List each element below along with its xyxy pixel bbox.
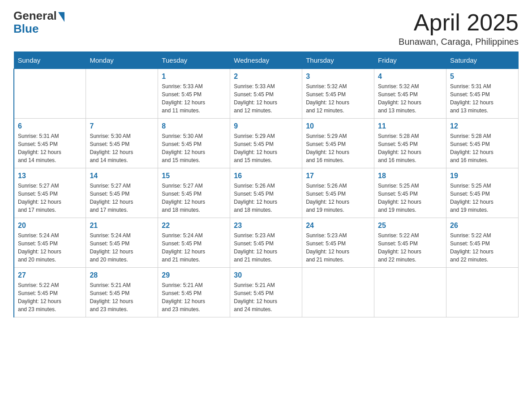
day-info: Sunrise: 5:26 AM Sunset: 5:45 PM Dayligh…	[306, 182, 370, 214]
day-info: Sunrise: 5:33 AM Sunset: 5:45 PM Dayligh…	[234, 82, 298, 115]
day-number: 6	[18, 122, 82, 130]
day-info: Sunrise: 5:32 AM Sunset: 5:45 PM Dayligh…	[306, 82, 370, 115]
calendar-cell: 20Sunrise: 5:24 AM Sunset: 5:45 PM Dayli…	[14, 218, 86, 268]
col-header-friday: Friday	[374, 52, 446, 69]
day-number: 29	[162, 271, 226, 279]
day-info: Sunrise: 5:25 AM Sunset: 5:45 PM Dayligh…	[378, 182, 442, 214]
calendar-cell: 21Sunrise: 5:24 AM Sunset: 5:45 PM Dayli…	[86, 218, 158, 268]
calendar-cell: 5Sunrise: 5:31 AM Sunset: 5:45 PM Daylig…	[446, 69, 519, 119]
day-number: 17	[306, 172, 370, 180]
week-row-3: 13Sunrise: 5:27 AM Sunset: 5:45 PM Dayli…	[14, 168, 519, 218]
week-row-4: 20Sunrise: 5:24 AM Sunset: 5:45 PM Dayli…	[14, 218, 519, 268]
calendar-cell	[374, 268, 446, 317]
week-row-1: 1Sunrise: 5:33 AM Sunset: 5:45 PM Daylig…	[14, 69, 519, 119]
day-number: 14	[90, 172, 154, 180]
day-number: 22	[162, 222, 226, 230]
day-number: 20	[18, 222, 82, 230]
logo: General Blue	[13, 9, 64, 36]
day-number: 24	[306, 222, 370, 230]
calendar-cell: 24Sunrise: 5:23 AM Sunset: 5:45 PM Dayli…	[302, 218, 374, 268]
calendar-cell: 14Sunrise: 5:27 AM Sunset: 5:45 PM Dayli…	[86, 168, 158, 218]
day-info: Sunrise: 5:25 AM Sunset: 5:45 PM Dayligh…	[450, 182, 515, 214]
calendar-cell: 17Sunrise: 5:26 AM Sunset: 5:45 PM Dayli…	[302, 168, 374, 218]
month-title: April 2025	[399, 9, 519, 36]
col-header-thursday: Thursday	[302, 52, 374, 69]
calendar-cell: 3Sunrise: 5:32 AM Sunset: 5:45 PM Daylig…	[302, 69, 374, 119]
day-number: 21	[90, 222, 154, 230]
calendar-cell: 10Sunrise: 5:29 AM Sunset: 5:45 PM Dayli…	[302, 119, 374, 168]
calendar-cell: 23Sunrise: 5:23 AM Sunset: 5:45 PM Dayli…	[230, 218, 302, 268]
calendar-cell: 15Sunrise: 5:27 AM Sunset: 5:45 PM Dayli…	[158, 168, 230, 218]
day-number: 12	[450, 122, 515, 130]
page-header: General Blue April 2025 Bunawan, Caraga,…	[13, 9, 519, 47]
col-header-saturday: Saturday	[446, 52, 519, 69]
day-info: Sunrise: 5:24 AM Sunset: 5:45 PM Dayligh…	[90, 231, 154, 264]
day-number: 1	[162, 73, 226, 81]
day-info: Sunrise: 5:32 AM Sunset: 5:45 PM Dayligh…	[378, 82, 442, 115]
calendar-cell: 19Sunrise: 5:25 AM Sunset: 5:45 PM Dayli…	[446, 168, 519, 218]
week-row-2: 6Sunrise: 5:31 AM Sunset: 5:45 PM Daylig…	[14, 119, 519, 168]
day-info: Sunrise: 5:22 AM Sunset: 5:45 PM Dayligh…	[18, 281, 82, 313]
calendar-cell: 8Sunrise: 5:30 AM Sunset: 5:45 PM Daylig…	[158, 119, 230, 168]
calendar-cell: 16Sunrise: 5:26 AM Sunset: 5:45 PM Dayli…	[230, 168, 302, 218]
calendar-cell: 9Sunrise: 5:29 AM Sunset: 5:45 PM Daylig…	[230, 119, 302, 168]
day-info: Sunrise: 5:21 AM Sunset: 5:45 PM Dayligh…	[162, 281, 226, 313]
day-info: Sunrise: 5:31 AM Sunset: 5:45 PM Dayligh…	[18, 132, 82, 164]
day-info: Sunrise: 5:27 AM Sunset: 5:45 PM Dayligh…	[18, 182, 82, 214]
day-info: Sunrise: 5:22 AM Sunset: 5:45 PM Dayligh…	[450, 231, 515, 264]
calendar-cell: 30Sunrise: 5:21 AM Sunset: 5:45 PM Dayli…	[230, 268, 302, 317]
day-number: 18	[378, 172, 442, 180]
day-number: 11	[378, 122, 442, 130]
day-number: 15	[162, 172, 226, 180]
day-info: Sunrise: 5:23 AM Sunset: 5:45 PM Dayligh…	[234, 231, 298, 264]
logo-triangle-icon	[58, 12, 64, 22]
week-row-5: 27Sunrise: 5:22 AM Sunset: 5:45 PM Dayli…	[14, 268, 519, 317]
day-number: 19	[450, 172, 515, 180]
calendar-cell: 6Sunrise: 5:31 AM Sunset: 5:45 PM Daylig…	[14, 119, 86, 168]
day-number: 9	[234, 122, 298, 130]
col-header-sunday: Sunday	[14, 52, 86, 69]
day-info: Sunrise: 5:31 AM Sunset: 5:45 PM Dayligh…	[450, 82, 515, 115]
day-info: Sunrise: 5:28 AM Sunset: 5:45 PM Dayligh…	[378, 132, 442, 164]
day-info: Sunrise: 5:21 AM Sunset: 5:45 PM Dayligh…	[90, 281, 154, 313]
day-info: Sunrise: 5:24 AM Sunset: 5:45 PM Dayligh…	[18, 231, 82, 264]
day-info: Sunrise: 5:24 AM Sunset: 5:45 PM Dayligh…	[162, 231, 226, 264]
day-number: 8	[162, 122, 226, 130]
day-number: 5	[450, 73, 515, 81]
day-number: 16	[234, 172, 298, 180]
day-info: Sunrise: 5:29 AM Sunset: 5:45 PM Dayligh…	[234, 132, 298, 164]
col-header-wednesday: Wednesday	[230, 52, 302, 69]
day-number: 4	[378, 73, 442, 81]
day-info: Sunrise: 5:30 AM Sunset: 5:45 PM Dayligh…	[90, 132, 154, 164]
day-info: Sunrise: 5:29 AM Sunset: 5:45 PM Dayligh…	[306, 132, 370, 164]
header-row: SundayMondayTuesdayWednesdayThursdayFrid…	[14, 52, 519, 69]
col-header-tuesday: Tuesday	[158, 52, 230, 69]
calendar-cell: 2Sunrise: 5:33 AM Sunset: 5:45 PM Daylig…	[230, 69, 302, 119]
day-number: 3	[306, 73, 370, 81]
col-header-monday: Monday	[86, 52, 158, 69]
day-info: Sunrise: 5:33 AM Sunset: 5:45 PM Dayligh…	[162, 82, 226, 115]
day-number: 28	[90, 271, 154, 279]
title-section: April 2025 Bunawan, Caraga, Philippines	[399, 9, 519, 47]
day-number: 7	[90, 122, 154, 130]
calendar-cell: 28Sunrise: 5:21 AM Sunset: 5:45 PM Dayli…	[86, 268, 158, 317]
calendar-cell	[14, 69, 86, 119]
calendar-cell: 7Sunrise: 5:30 AM Sunset: 5:45 PM Daylig…	[86, 119, 158, 168]
logo-blue-text: Blue	[13, 22, 39, 36]
day-info: Sunrise: 5:27 AM Sunset: 5:45 PM Dayligh…	[90, 182, 154, 214]
calendar-cell: 25Sunrise: 5:22 AM Sunset: 5:45 PM Dayli…	[374, 218, 446, 268]
day-info: Sunrise: 5:26 AM Sunset: 5:45 PM Dayligh…	[234, 182, 298, 214]
day-number: 2	[234, 73, 298, 81]
day-number: 10	[306, 122, 370, 130]
day-number: 23	[234, 222, 298, 230]
day-info: Sunrise: 5:22 AM Sunset: 5:45 PM Dayligh…	[378, 231, 442, 264]
calendar-cell: 4Sunrise: 5:32 AM Sunset: 5:45 PM Daylig…	[374, 69, 446, 119]
calendar-cell: 13Sunrise: 5:27 AM Sunset: 5:45 PM Dayli…	[14, 168, 86, 218]
day-info: Sunrise: 5:28 AM Sunset: 5:45 PM Dayligh…	[450, 132, 515, 164]
calendar-cell: 11Sunrise: 5:28 AM Sunset: 5:45 PM Dayli…	[374, 119, 446, 168]
day-number: 30	[234, 271, 298, 279]
calendar-cell: 22Sunrise: 5:24 AM Sunset: 5:45 PM Dayli…	[158, 218, 230, 268]
calendar-cell: 29Sunrise: 5:21 AM Sunset: 5:45 PM Dayli…	[158, 268, 230, 317]
calendar-cell	[446, 268, 519, 317]
location-title: Bunawan, Caraga, Philippines	[399, 37, 519, 47]
